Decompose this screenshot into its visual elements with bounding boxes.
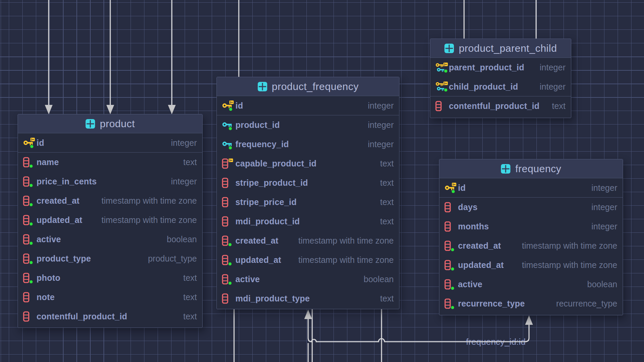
column-row[interactable]: parent_product_id integer <box>430 58 571 77</box>
column-row[interactable]: contentful_product_id text <box>430 96 571 116</box>
foreign-key-icon <box>222 139 235 150</box>
column-row[interactable]: capable_product_id text <box>217 154 399 173</box>
table-header[interactable]: product <box>18 114 202 133</box>
column-row[interactable]: price_in_cents integer <box>18 172 202 191</box>
column-name: stripe_product_id <box>235 178 308 188</box>
column-icon <box>222 197 235 208</box>
column-row[interactable]: updated_at timestamp with time zone <box>18 210 202 230</box>
column-icon <box>23 176 36 187</box>
table-icon <box>501 164 511 174</box>
column-row[interactable]: name text <box>18 153 202 172</box>
column-icon <box>444 241 458 251</box>
column-row[interactable]: updated_at timestamp with time zone <box>439 255 623 275</box>
column-type: timestamp with time zone <box>292 236 394 246</box>
column-row[interactable]: child_product_id integer <box>430 77 571 96</box>
table-icon <box>85 119 95 129</box>
column-row[interactable]: product_type product_type <box>18 249 202 268</box>
column-icon <box>222 216 235 227</box>
column-row[interactable]: months integer <box>439 217 623 236</box>
column-row[interactable]: days integer <box>439 198 623 217</box>
column-icon <box>23 292 36 303</box>
column-name: contentful_product_id <box>449 101 539 111</box>
column-type: recurrence_type <box>549 299 617 309</box>
column-row[interactable]: active boolean <box>217 270 399 289</box>
column-row[interactable]: contentful_product_id text <box>18 307 202 326</box>
column-row[interactable]: created_at timestamp with time zone <box>439 236 623 255</box>
column-type: integer <box>585 222 617 231</box>
column-row[interactable]: updated_at timestamp with time zone <box>217 250 399 270</box>
table-header[interactable]: frequency <box>439 159 623 178</box>
column-icon <box>23 196 36 206</box>
column-type: integer <box>533 63 566 72</box>
column-name: active <box>458 279 482 289</box>
column-row[interactable]: stripe_price_id text <box>217 193 399 212</box>
column-row[interactable]: id integer <box>217 96 399 115</box>
column-type: boolean <box>580 279 617 289</box>
column-type: integer <box>533 82 566 92</box>
column-icon <box>222 274 235 285</box>
column-type: integer <box>585 202 617 212</box>
column-name: mdi_product_id <box>235 217 300 226</box>
column-name: name <box>37 157 59 167</box>
column-row[interactable]: product_id integer <box>217 115 399 135</box>
column-name: created_at <box>458 241 501 251</box>
column-name: parent_product_id <box>449 63 524 72</box>
table-header[interactable]: product_frequency <box>217 77 399 96</box>
column-name: photo <box>37 273 60 283</box>
column-icon <box>444 221 458 232</box>
column-name: active <box>37 234 61 244</box>
column-icon <box>23 234 36 245</box>
column-row[interactable]: id integer <box>439 178 623 198</box>
table-product[interactable]: product id integer name text price_in_ce… <box>18 114 203 328</box>
table-columns: id integer days integer months integer c… <box>439 178 623 313</box>
column-row[interactable]: created_at timestamp with time zone <box>217 231 399 250</box>
column-name: child_product_id <box>449 82 518 92</box>
column-type: timestamp with time zone <box>95 196 197 206</box>
table-icon <box>444 43 454 53</box>
column-icon <box>23 215 37 226</box>
table-icon <box>85 119 95 129</box>
column-row[interactable]: active boolean <box>18 230 202 249</box>
column-row[interactable]: id integer <box>18 133 202 153</box>
column-row[interactable]: created_at timestamp with time zone <box>18 191 202 210</box>
column-icon <box>444 202 457 213</box>
column-type: integer <box>164 138 197 148</box>
diagram-canvas[interactable]: frequency_id:id product id integer name … <box>0 0 644 362</box>
foreign-key-icon <box>222 139 235 150</box>
primary-foreign-key-icon <box>435 81 449 92</box>
table-frequency[interactable]: frequency id integer days integer months… <box>439 159 623 315</box>
column-row[interactable]: mdi_product_type text <box>217 289 399 308</box>
primary-key-icon <box>222 100 235 111</box>
table-product_frequency[interactable]: product_frequency id integer product_id … <box>216 77 399 309</box>
table-header[interactable]: product_parent_child <box>430 39 571 58</box>
column-type: integer <box>361 139 394 149</box>
column-row[interactable]: mdi_product_id text <box>217 212 399 231</box>
column-icon <box>23 176 37 187</box>
column-icon <box>222 158 235 169</box>
column-icon <box>222 235 235 246</box>
column-type: integer <box>585 183 617 193</box>
column-row[interactable]: recurrence_type recurrence_type <box>439 294 623 313</box>
table-name: product_frequency <box>272 81 359 92</box>
primary-key-icon <box>444 182 457 193</box>
column-row[interactable]: active boolean <box>439 275 623 294</box>
column-row[interactable]: stripe_product_id text <box>217 173 399 193</box>
primary-key-icon <box>444 182 458 193</box>
column-icon <box>23 311 36 322</box>
column-row[interactable]: photo text <box>18 268 202 288</box>
column-icon <box>222 158 235 169</box>
column-icon <box>23 273 37 284</box>
column-icon <box>23 253 37 264</box>
table-product_parent_child[interactable]: product_parent_child parent_product_id i… <box>430 39 571 118</box>
column-name: days <box>458 202 478 212</box>
column-name: id <box>37 138 44 148</box>
column-name: recurrence_type <box>458 299 525 309</box>
column-name: contentful_product_id <box>37 312 127 321</box>
column-type: integer <box>164 177 197 186</box>
column-row[interactable]: note text <box>18 288 202 307</box>
column-type: boolean <box>160 234 197 244</box>
column-type: text <box>373 217 394 226</box>
column-name: product_id <box>235 120 280 130</box>
column-row[interactable]: frequency_id integer <box>217 135 399 154</box>
column-icon <box>222 274 235 285</box>
